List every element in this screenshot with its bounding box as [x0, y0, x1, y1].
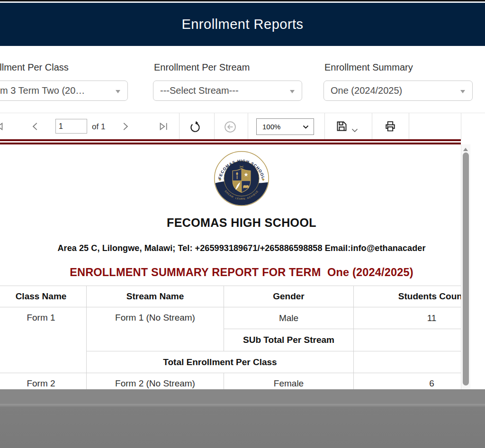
- table-row: Form 1 Form 1 (No Stream) Male 11: [0, 307, 461, 329]
- toolbar-separator: [409, 113, 409, 140]
- chevron-down-icon: [303, 125, 309, 129]
- page-number-input[interactable]: [55, 119, 87, 134]
- chevron-down-icon: [290, 90, 295, 93]
- cell-total-value: [354, 351, 461, 373]
- app-header: Enrollment Reports: [0, 3, 485, 46]
- table-header-row: Class Name Stream Name Gender Students C…: [0, 286, 461, 307]
- last-page-icon[interactable]: [158, 121, 168, 134]
- toolbar-separator: [461, 113, 461, 140]
- col-header-stream-name: Stream Name: [87, 286, 224, 307]
- cell-class-name: Form 1: [0, 307, 87, 373]
- toolbar-separator: [372, 113, 372, 140]
- chevron-down-icon[interactable]: [351, 126, 358, 134]
- school-name-heading: FECOMAS HIGH SCHOOL: [0, 216, 461, 230]
- chevron-down-icon: [116, 90, 120, 93]
- enrollment-summary-table: Class Name Stream Name Gender Students C…: [0, 286, 461, 389]
- cell-gender: Male: [224, 307, 354, 329]
- per-stream-select[interactable]: ---Select Stream---: [153, 81, 302, 101]
- zoom-value: 100%: [262, 123, 280, 131]
- footer-gray-area: [0, 389, 485, 448]
- cell-subtotal-value: [354, 329, 461, 351]
- chevron-down-icon: [460, 90, 465, 93]
- cell-subtotal-label: SUb Total Per Stream: [224, 329, 354, 351]
- toolbar-separator: [324, 113, 325, 140]
- chevron-right-icon[interactable]: [120, 121, 130, 134]
- cell-stream-name: Form 2 (No Stream): [87, 373, 224, 390]
- report-title: ENROLLMENT SUMMARY REPORT FOR TERM One (…: [0, 266, 461, 279]
- page-count-label: of 1: [92, 122, 105, 132]
- school-address-line: Area 25 C, Lilongwe, Malawi; Tel: +26599…: [0, 243, 461, 253]
- toolbar-separator: [214, 113, 215, 140]
- report-vertical-scrollbar[interactable]: [461, 144, 470, 389]
- summary-select[interactable]: One (2024/2025): [323, 81, 473, 101]
- toolbar-separator: [248, 113, 248, 140]
- filters-row: Enrollment Per Class Form 3 Term Two (20…: [0, 46, 485, 113]
- col-header-class-name: Class Name: [0, 286, 87, 307]
- summary-selected-value: One (2024/2025): [331, 85, 402, 96]
- table-row: Form 2 Form 2 (No Stream) Female 6: [0, 373, 461, 390]
- report-toolbar: of 1 100%: [0, 113, 485, 140]
- report-divider-rule: [0, 139, 461, 144]
- chevron-left-icon[interactable]: [30, 121, 41, 134]
- page-title: Enrollment Reports: [181, 17, 303, 32]
- col-header-gender: Gender: [224, 286, 354, 307]
- cell-students-count: 6: [354, 373, 461, 390]
- zoom-select[interactable]: 100%: [256, 118, 314, 135]
- col-header-students-count: Students Count: [354, 286, 461, 307]
- per-class-select[interactable]: Form 3 Term Two (20…: [0, 81, 128, 101]
- report-canvas: FECOMAS HIGH SCHOOL DREAM. LEARN. ACHIEV…: [0, 144, 461, 389]
- refresh-icon[interactable]: [189, 120, 202, 135]
- filter-label: Enrollment Per Class: [0, 62, 69, 73]
- filter-label: Enrollment Summary: [324, 62, 413, 73]
- save-floppy-icon[interactable]: [335, 120, 348, 134]
- cell-students-count: 11: [354, 307, 461, 329]
- cell-class-name: Form 2: [0, 373, 87, 390]
- per-class-selected-value: Form 3 Term Two (20…: [0, 85, 85, 96]
- first-page-icon[interactable]: [0, 121, 5, 134]
- per-stream-selected-value: ---Select Stream---: [160, 85, 239, 96]
- cell-total-label: Total Enrollment Per Class: [87, 351, 354, 373]
- scrollbar-thumb[interactable]: [463, 152, 469, 385]
- scroll-up-arrow-icon[interactable]: [463, 148, 468, 151]
- cell-stream-name: Form 1 (No Stream): [87, 307, 224, 351]
- filter-label: Enrollment Per Stream: [154, 62, 250, 73]
- back-circle-icon: [224, 121, 236, 135]
- school-logo: FECOMAS HIGH SCHOOL DREAM. LEARN. ACHIEV…: [0, 151, 461, 208]
- cell-gender: Female: [224, 373, 354, 390]
- toolbar-separator: [179, 113, 180, 140]
- printer-icon[interactable]: [384, 120, 397, 135]
